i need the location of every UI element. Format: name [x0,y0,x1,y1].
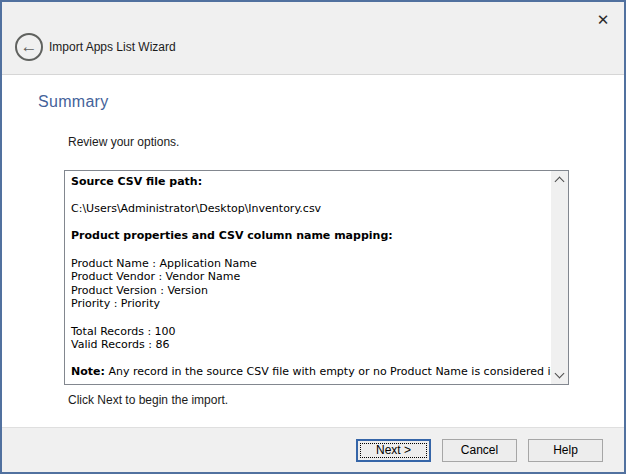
vertical-scrollbar[interactable] [551,171,568,384]
back-button[interactable]: ← [15,33,43,61]
summary-box-line: Product Name : Application Name [71,257,545,271]
wizard-window: ✕ ← Import Apps List Wizard Summary Revi… [0,0,626,474]
next-button[interactable]: Next > [356,439,431,462]
help-button[interactable]: Help [528,439,603,462]
cancel-button[interactable]: Cancel [442,439,517,462]
summary-box-line: C:\Users\Administrator\Desktop\Inventory… [71,202,545,216]
summary-box: Source CSV file path: C:\Users\Administr… [64,170,569,385]
summary-box-line: Note: Any record in the source CSV file … [71,365,545,379]
summary-box-line: Total Records : 100 [71,325,545,339]
summary-box-line [71,243,545,257]
instruction-text: Review your options. [68,135,179,149]
summary-box-line: Source CSV file path: [71,175,545,189]
summary-box-line: Priority : Priority [71,297,545,311]
wizard-header: ✕ ← Import Apps List Wizard [2,2,624,75]
summary-box-line [71,352,545,366]
summary-box-line: Product Version : Version [71,284,545,298]
summary-box-line [71,189,545,203]
summary-box-line: Product Vendor : Vendor Name [71,270,545,284]
page-title: Summary [38,93,109,111]
close-icon[interactable]: ✕ [590,7,616,33]
summary-box-line: Product properties and CSV column name m… [71,229,545,243]
summary-box-line [71,216,545,230]
summary-box-line: Valid Records : 86 [71,338,545,352]
footer-bar: Next > Cancel Help [2,427,624,472]
scroll-down-icon[interactable] [551,367,568,384]
hint-text: Click Next to begin the import. [68,393,228,407]
wizard-title: Import Apps List Wizard [49,40,176,54]
summary-box-content: Source CSV file path: C:\Users\Administr… [65,171,551,384]
scroll-up-icon[interactable] [551,171,568,188]
summary-box-line [71,311,545,325]
